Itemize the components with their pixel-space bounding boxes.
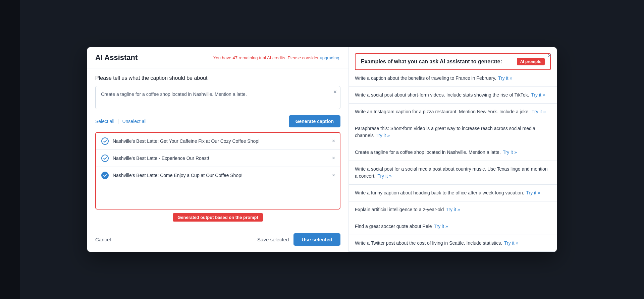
save-selected-button[interactable]: Save selected [257,233,289,246]
result-remove-3[interactable]: × [332,172,335,178]
check-icon-2 [101,155,109,162]
try-it-link-9[interactable]: Try it » [434,224,448,229]
result-remove-1[interactable]: × [332,138,335,144]
try-it-link-8[interactable]: Try it » [446,207,460,212]
example-item-10[interactable]: Write a Twitter post about the cost of l… [349,235,557,252]
ai-prompts-badge: AI prompts [517,58,545,65]
generated-label: Generated output based on the prompt [95,214,340,220]
examples-header: Examples of what you can ask AI assistan… [355,53,551,70]
result-text-1: Nashville's Best Latte: Get Your Caffein… [113,138,334,144]
cancel-button[interactable]: Cancel [95,237,111,242]
use-selected-button[interactable]: Use selected [293,233,340,246]
example-item-9[interactable]: Find a great soccer quote about Pele Try… [349,218,557,235]
right-panel: Examples of what you can ask AI assistan… [349,47,557,252]
prompt-text: Create a tagline for a coffee shop locat… [101,91,335,98]
example-text-10: Write a Twitter post about the cost of l… [355,240,502,246]
credits-text: You have 47 remaining trial AI credits. … [213,55,340,60]
modal-title: AI Assistant [95,53,138,62]
result-text-3: Nashville's Best Latte: Come Enjoy a Cup… [113,173,334,178]
check-icon-1 [101,137,109,145]
example-item-1[interactable]: Write a caption about the benefits of tr… [349,70,557,87]
example-item-7[interactable]: Write a funny caption about heading back… [349,185,557,201]
result-item-3[interactable]: Nashville's Best Latte: Come Enjoy a Cup… [96,167,340,184]
modal-backdrop: × AI Assistant You have 47 remaining tri… [0,0,644,299]
results-box: Nashville's Best Latte: Get Your Caffein… [95,132,340,210]
modal-footer: Cancel Save selected Use selected [87,227,348,252]
select-links: Select all | Unselect all [95,119,147,124]
example-item-8[interactable]: Explain artificial intelligence to a 2-y… [349,201,557,218]
unselect-all-link[interactable]: Unselect all [122,119,146,124]
select-all-link[interactable]: Select all [95,119,114,124]
example-text-5: Create a tagline for a coffee shop locat… [355,150,501,155]
check-icon-3 [101,172,109,179]
example-text-7: Write a funny caption about heading back… [355,190,524,195]
example-text-2: Write a social post about short-form vid… [355,92,529,98]
examples-list: Write a caption about the benefits of tr… [349,70,557,252]
modal-body: Please tell us what the caption should b… [87,68,348,227]
try-it-link-10[interactable]: Try it » [504,240,518,246]
result-item-1[interactable]: Nashville's Best Latte: Get Your Caffein… [96,133,340,150]
result-item-2[interactable]: Nashville's Best Latte - Experience Our … [96,150,340,167]
ai-assistant-modal: × AI Assistant You have 47 remaining tri… [87,47,557,252]
example-item-2[interactable]: Write a social post about short-form vid… [349,87,557,104]
example-text-8: Explain artificial intelligence to a 2-y… [355,207,444,212]
example-text-9: Find a great soccer quote about Pele [355,224,432,229]
prompt-label: Please tell us what the caption should b… [95,75,340,81]
example-item-4[interactable]: Paraphrase this: Short-form video is a g… [349,120,557,144]
prompt-container: Create a tagline for a coffee shop locat… [95,86,340,109]
try-it-link-1[interactable]: Try it » [498,75,512,81]
actions-row: Select all | Unselect all Generate capti… [95,115,340,127]
examples-title: Examples of what you can ask AI assistan… [361,59,502,65]
generate-caption-button[interactable]: Generate caption [289,115,340,127]
try-it-link-4[interactable]: Try it » [376,133,390,138]
prompt-close-icon[interactable]: × [333,89,337,95]
try-it-link-2[interactable]: Try it » [531,92,545,98]
example-item-5[interactable]: Create a tagline for a coffee shop locat… [349,144,557,161]
divider: | [118,119,119,124]
example-item-6[interactable]: Write a social post for a social media p… [349,161,557,185]
try-it-link-6[interactable]: Try it » [377,173,391,179]
left-panel: AI Assistant You have 47 remaining trial… [87,47,349,252]
try-it-link-5[interactable]: Try it » [503,150,517,155]
try-it-link-7[interactable]: Try it » [526,190,540,195]
upgrading-link[interactable]: upgrading [320,55,339,60]
result-remove-2[interactable]: × [332,155,335,161]
try-it-link-3[interactable]: Try it » [532,109,546,114]
footer-right: Save selected Use selected [257,233,340,246]
example-item-3[interactable]: Write an Instagram caption for a pizza r… [349,104,557,120]
modal-close-button[interactable]: × [547,52,551,59]
result-text-2: Nashville's Best Latte - Experience Our … [113,156,334,161]
example-text-3: Write an Instagram caption for a pizza r… [355,109,530,114]
example-text-1: Write a caption about the benefits of tr… [355,75,496,81]
modal-header: AI Assistant You have 47 remaining trial… [87,47,348,68]
